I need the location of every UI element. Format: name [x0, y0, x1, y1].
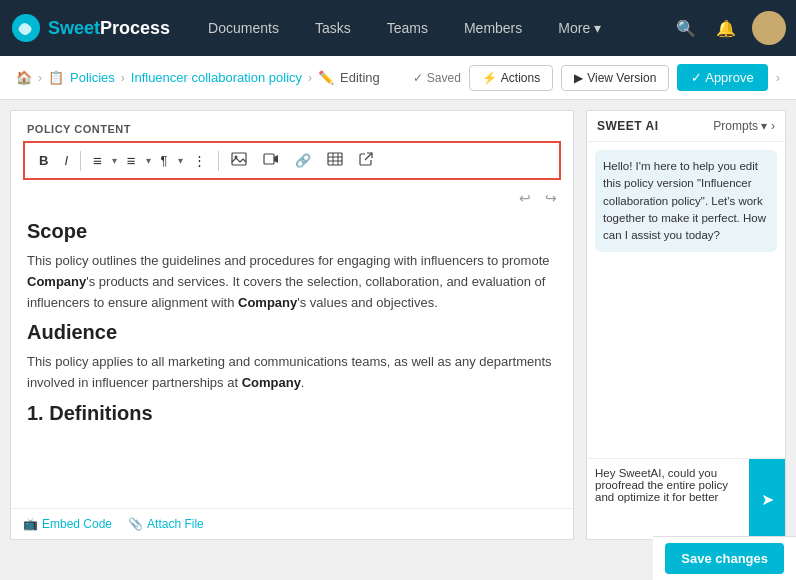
editor-toolbar: B I ≡ ▾ ≡ ▾ ¶ ▾ ⋮ — [23, 141, 561, 180]
top-navigation: SweetProcess Documents Tasks Teams Membe… — [0, 0, 796, 56]
embed-icon: 📺 — [23, 517, 38, 531]
main-content: POLICY CONTENT B I ≡ ▾ ≡ ▾ ¶ ▾ ⋮ — [0, 100, 796, 580]
external-link-icon — [359, 152, 373, 166]
nav-documents[interactable]: Documents — [190, 0, 297, 56]
table-button[interactable] — [321, 149, 349, 172]
nav-right-icons: 🔍 🔔 — [672, 11, 786, 45]
link-button[interactable]: 🔗 — [289, 150, 317, 171]
toolbar-sep-1 — [80, 151, 81, 171]
breadcrumb-actions: ✓ Saved ⚡ Actions ▶ View Version ✓ Appro… — [413, 64, 780, 91]
breadcrumb-bar: 🏠 › 📋 Policies › Influencer collaboratio… — [0, 56, 796, 100]
nav-members[interactable]: Members — [446, 0, 540, 56]
ai-send-button[interactable]: ➤ — [749, 459, 785, 539]
svg-rect-1 — [232, 153, 246, 165]
nav-more[interactable]: More ▾ — [540, 0, 619, 56]
image-icon — [231, 152, 247, 166]
svg-rect-4 — [328, 153, 342, 165]
lightning-icon: ⚡ — [482, 71, 497, 85]
toolbar-sep-2 — [218, 151, 219, 171]
paragraph-button[interactable]: ¶ — [155, 150, 174, 171]
save-changes-button[interactable]: Save changes — [665, 543, 784, 574]
video-button[interactable] — [257, 149, 285, 172]
scope-paragraph: This policy outlines the guidelines and … — [27, 251, 557, 313]
ai-input-area: ➤ — [587, 458, 785, 539]
prompts-dropdown[interactable]: Prompts ▾ — [713, 119, 767, 133]
paragraph-chevron[interactable]: ▾ — [178, 155, 183, 166]
search-icon[interactable]: 🔍 — [672, 15, 700, 42]
video-icon — [263, 152, 279, 166]
editor-footer: 📺 Embed Code 📎 Attach File — [11, 508, 573, 539]
ai-messages: Hello! I'm here to help you edit this po… — [587, 142, 785, 458]
save-changes-bar: Save changes — [653, 536, 796, 580]
unordered-list-button[interactable]: ≡ — [121, 149, 142, 172]
ai-panel: SWEET AI Prompts ▾ › Hello! I'm here to … — [586, 110, 786, 540]
ordered-list-button[interactable]: ≡ — [87, 149, 108, 172]
definitions-heading: 1. Definitions — [27, 402, 557, 425]
embed-code-link[interactable]: 📺 Embed Code — [23, 517, 112, 531]
breadcrumb-policies[interactable]: 📋 Policies — [48, 70, 115, 85]
more-options-button[interactable]: ⋮ — [187, 150, 212, 171]
nav-items: Documents Tasks Teams Members More ▾ — [190, 0, 672, 56]
undo-redo-actions: ↩ ↪ — [11, 188, 573, 212]
logo[interactable]: SweetProcess — [10, 12, 170, 44]
breadcrumb-home[interactable]: 🏠 — [16, 70, 32, 85]
prompts-chevron-down: ▾ — [761, 119, 767, 133]
nav-teams[interactable]: Teams — [369, 0, 446, 56]
undo-button[interactable]: ↩ — [515, 188, 535, 208]
audience-paragraph: This policy applies to all marketing and… — [27, 352, 557, 394]
svg-rect-3 — [264, 154, 274, 164]
italic-button[interactable]: I — [58, 150, 74, 171]
scope-heading: Scope — [27, 220, 557, 243]
notification-icon[interactable]: 🔔 — [712, 15, 740, 42]
unordered-chevron[interactable]: ▾ — [146, 155, 151, 166]
redo-button[interactable]: ↪ — [541, 188, 561, 208]
image-button[interactable] — [225, 149, 253, 172]
saved-badge: ✓ Saved — [413, 71, 460, 85]
main-wrapper: POLICY CONTENT B I ≡ ▾ ≡ ▾ ¶ ▾ ⋮ — [0, 100, 796, 580]
logo-icon — [10, 12, 42, 44]
expand-icon[interactable]: › — [776, 70, 780, 85]
edit-icon: ✏️ — [318, 70, 334, 85]
svg-line-9 — [365, 153, 372, 160]
policies-icon: 📋 — [48, 70, 64, 85]
breadcrumb-policy-name[interactable]: Influencer collaboration policy — [131, 70, 302, 85]
ai-bot-message: Hello! I'm here to help you edit this po… — [595, 150, 777, 252]
attach-file-link[interactable]: 📎 Attach File — [128, 517, 204, 531]
attach-icon: 📎 — [128, 517, 143, 531]
editor-area: POLICY CONTENT B I ≡ ▾ ≡ ▾ ¶ ▾ ⋮ — [10, 110, 574, 540]
send-icon: ➤ — [761, 490, 774, 509]
table-icon — [327, 152, 343, 166]
policy-content-label: POLICY CONTENT — [11, 111, 573, 141]
ai-input-field[interactable] — [587, 459, 749, 539]
external-link-button[interactable] — [353, 149, 379, 172]
approve-button[interactable]: ✓ Approve — [677, 64, 767, 91]
actions-button[interactable]: ⚡ Actions — [469, 65, 553, 91]
view-version-button[interactable]: ▶ View Version — [561, 65, 669, 91]
ai-panel-expand[interactable]: › — [771, 119, 775, 133]
avatar[interactable] — [752, 11, 786, 45]
breadcrumb-editing: ✏️ Editing — [318, 70, 380, 85]
audience-heading: Audience — [27, 321, 557, 344]
ai-title: SWEET AI — [597, 119, 659, 133]
bold-button[interactable]: B — [33, 150, 54, 171]
list-chevron[interactable]: ▾ — [112, 155, 117, 166]
play-icon: ▶ — [574, 71, 583, 85]
logo-text: SweetProcess — [48, 18, 170, 39]
ai-panel-header: SWEET AI Prompts ▾ › — [587, 111, 785, 142]
nav-tasks[interactable]: Tasks — [297, 0, 369, 56]
editor-content[interactable]: Scope This policy outlines the guideline… — [11, 212, 573, 508]
